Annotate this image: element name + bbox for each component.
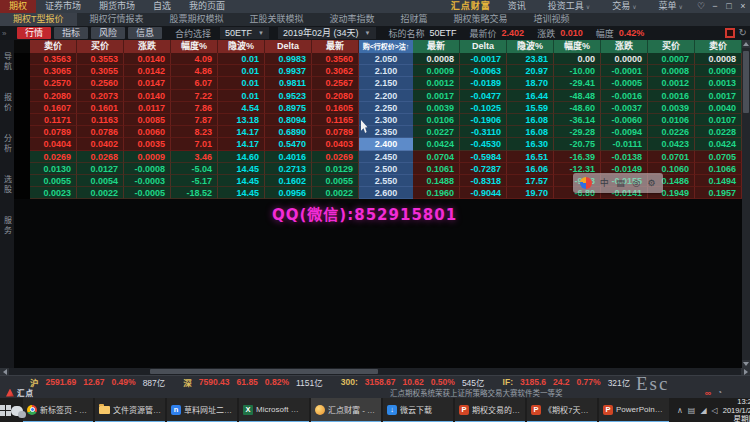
column-header[interactable]: 幅度% [171, 40, 218, 53]
put-cell[interactable]: 16.08 [507, 126, 554, 138]
call-cell[interactable]: 0.0403 [312, 138, 359, 150]
call-cell[interactable]: 7.22 [171, 90, 218, 102]
put-cell[interactable]: 18.70 [507, 77, 554, 89]
refresh-icon[interactable]: ↻ [739, 28, 747, 38]
call-cell[interactable]: 0.9811 [265, 77, 312, 89]
layout-toggle-icon[interactable] [725, 28, 735, 38]
put-cell[interactable]: 0.0009 [695, 65, 742, 77]
strike-cell[interactable]: 2.050 [359, 53, 413, 65]
call-cell[interactable]: 0.0956 [265, 187, 312, 199]
ime-icon[interactable]: ◎ [632, 177, 640, 189]
put-cell[interactable]: 0.0424 [695, 138, 742, 150]
call-cell[interactable]: 0.0402 [77, 138, 124, 150]
put-cell[interactable]: -0.0017 [460, 53, 507, 65]
link-icon[interactable]: ∞ [705, 388, 711, 398]
call-cell[interactable]: 14.45 [218, 175, 265, 187]
submenu-item[interactable]: 正股关联模拟 [237, 13, 317, 26]
put-cell[interactable]: 0.0008 [695, 53, 742, 65]
put-cell[interactable]: 17.57 [507, 175, 554, 187]
put-cell[interactable]: 0.0017 [695, 90, 742, 102]
call-cell[interactable]: -0.0008 [124, 163, 171, 175]
call-cell[interactable]: 6.07 [171, 77, 218, 89]
call-cell[interactable]: 0.0117 [124, 102, 171, 114]
put-cell[interactable]: -0.0189 [460, 77, 507, 89]
scroll-down-icon[interactable] [742, 360, 750, 368]
taskbar-clock[interactable]: 13:232019/1/24 星期四 [723, 397, 750, 422]
call-cell[interactable]: 0.6890 [265, 126, 312, 138]
call-cell[interactable]: 0.2570 [30, 77, 77, 89]
put-cell[interactable]: 0.1061 [413, 163, 460, 175]
column-header[interactable]: 幅度% [554, 40, 601, 53]
call-cell[interactable]: 7.86 [171, 102, 218, 114]
put-cell[interactable]: 19.70 [507, 187, 554, 199]
put-cell[interactable]: 0.0009 [413, 65, 460, 77]
put-cell[interactable]: -0.0477 [460, 90, 507, 102]
put-cell[interactable]: 0.0039 [648, 102, 695, 114]
call-cell[interactable]: 8.23 [171, 126, 218, 138]
submenu-item[interactable]: 波动率指数 [317, 13, 388, 26]
put-cell[interactable]: 16.44 [507, 90, 554, 102]
put-cell[interactable]: -0.1906 [460, 114, 507, 126]
put-cell[interactable]: -0.5984 [460, 151, 507, 163]
call-cell[interactable]: 0.2713 [265, 163, 312, 175]
put-cell[interactable]: 16.51 [507, 151, 554, 163]
view-button[interactable]: 信息 [128, 27, 162, 39]
vertical-scrollbar[interactable] [742, 40, 750, 368]
put-cell[interactable]: 0.0016 [648, 90, 695, 102]
put-cell[interactable]: 0.0039 [413, 102, 460, 114]
call-cell[interactable]: 0.2080 [312, 90, 359, 102]
ime-icon[interactable]: ⚙ [648, 177, 656, 189]
call-cell[interactable]: 0.01 [218, 65, 265, 77]
scroll-up-icon[interactable] [742, 40, 750, 48]
option-row[interactable]: 0.20800.20730.01407.220.010.95230.20802.… [14, 90, 742, 102]
put-cell[interactable]: 0.0423 [648, 138, 695, 150]
taskbar-app-button[interactable]: P《期权7天… [527, 398, 597, 422]
call-cell[interactable]: 0.1171 [30, 114, 77, 126]
strike-cell[interactable]: 2.300 [359, 114, 413, 126]
option-row[interactable]: 0.30650.30550.01424.860.010.99370.30622.… [14, 65, 742, 77]
menu-item[interactable]: 期权 [0, 0, 36, 13]
put-cell[interactable]: 20.97 [507, 65, 554, 77]
put-cell[interactable]: -0.7287 [460, 163, 507, 175]
month-select[interactable]: 2019年02月 (34天) ▼ [278, 27, 376, 39]
put-cell[interactable]: -0.0060 [601, 114, 648, 126]
put-cell[interactable]: 0.0701 [648, 151, 695, 163]
call-cell[interactable]: 0.4016 [265, 151, 312, 163]
call-cell[interactable]: 0.0142 [124, 65, 171, 77]
put-cell[interactable]: -29.41 [554, 77, 601, 89]
ime-icon[interactable]: ▤ [616, 177, 625, 189]
put-cell[interactable]: -0.0094 [601, 126, 648, 138]
put-cell[interactable]: 0.0106 [413, 114, 460, 126]
put-cell[interactable]: -20.75 [554, 138, 601, 150]
column-header[interactable]: 隐波% [218, 40, 265, 53]
column-header[interactable]: 涨跌 [124, 40, 171, 53]
call-cell[interactable]: 0.01 [218, 90, 265, 102]
put-cell[interactable]: -0.0111 [601, 138, 648, 150]
view-button[interactable]: 行情 [17, 27, 51, 39]
submenu-item[interactable]: 培训视频 [521, 13, 583, 26]
favorite-icon[interactable]: ♡ [694, 0, 708, 13]
put-cell[interactable]: -0.0063 [460, 65, 507, 77]
call-cell[interactable]: 0.0054 [77, 175, 124, 187]
menu-item[interactable]: 自选 [144, 0, 180, 13]
menu-item[interactable]: 菜单∨ [648, 0, 694, 13]
call-cell[interactable]: 0.01 [218, 53, 265, 65]
strike-cell[interactable]: 2.500 [359, 163, 413, 175]
put-cell[interactable]: -0.8318 [460, 175, 507, 187]
call-cell[interactable]: 0.0022 [77, 187, 124, 199]
put-cell[interactable]: 0.1488 [413, 175, 460, 187]
put-cell[interactable]: 16.06 [507, 163, 554, 175]
column-header[interactable]: Delta [265, 40, 312, 53]
tray-icon[interactable]: ◢ [700, 406, 706, 415]
tray-expand-icon[interactable]: ∧ [677, 406, 683, 415]
put-cell[interactable]: 0.0012 [648, 77, 695, 89]
taskbar-app-button[interactable]: P期权交易的… [455, 398, 525, 422]
call-cell[interactable]: 0.0130 [30, 163, 77, 175]
put-cell[interactable]: 0.1066 [695, 163, 742, 175]
call-cell[interactable]: 0.3055 [77, 65, 124, 77]
call-cell[interactable]: 4.09 [171, 53, 218, 65]
column-header[interactable]: 最新 [312, 40, 359, 53]
call-cell[interactable]: 0.0055 [30, 175, 77, 187]
call-cell[interactable]: 0.2080 [30, 90, 77, 102]
call-cell[interactable]: 0.0404 [30, 138, 77, 150]
